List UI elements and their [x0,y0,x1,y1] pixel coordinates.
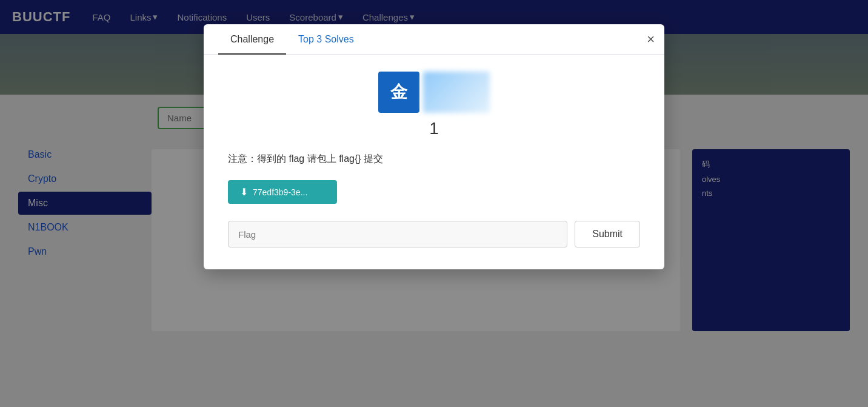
notice-text: 注意：得到的 flag 请包上 flag{} 提交 [228,153,640,166]
modal-body: 金 1 注意：得到的 flag 请包上 flag{} 提交 ⬇ 77edf3b9… [204,55,664,269]
download-label: 77edf3b9-3e... [253,187,307,197]
download-button[interactable]: ⬇ 77edf3b9-3e... [228,180,337,204]
modal-header: Challenge Top 3 Solves × [204,24,664,55]
submit-button[interactable]: Submit [575,221,640,247]
tab-top3-solves[interactable]: Top 3 Solves [286,24,366,55]
avatar-blurred [423,72,490,113]
tab-challenge[interactable]: Challenge [218,24,286,55]
modal-close-button[interactable]: × [647,33,655,46]
avatar-icon: 金 [378,72,419,113]
flag-row: Submit [228,221,640,247]
modal-dialog: Challenge Top 3 Solves × 金 1 注意：得到的 flag… [204,24,664,269]
modal-overlay[interactable]: Challenge Top 3 Solves × 金 1 注意：得到的 flag… [0,0,868,407]
download-icon: ⬇ [240,186,248,198]
avatar-area: 金 1 [228,72,640,138]
flag-input[interactable] [228,221,567,247]
solve-number: 1 [429,119,439,138]
avatar-wrapper: 金 [378,72,490,113]
